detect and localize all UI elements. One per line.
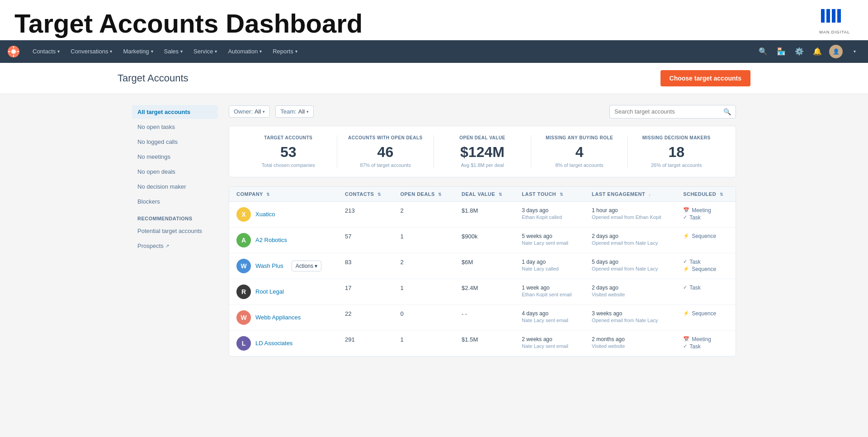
company-name[interactable]: Xuatico (255, 211, 275, 218)
svg-marker-8 (832, 9, 835, 11)
scheduled-label: Task (689, 285, 701, 291)
scheduled-item: ✓ Task (683, 259, 728, 265)
col-scheduled[interactable]: SCHEDULED ⇅ (676, 187, 736, 202)
avatar[interactable]: 👤 (829, 45, 843, 58)
notifications-icon[interactable]: 🔔 (811, 45, 824, 58)
last-engagement-sort-icon: ↓ (649, 192, 651, 197)
company-name[interactable]: Root Legal (255, 288, 284, 295)
scheduled-label: Task (689, 214, 701, 221)
owner-filter[interactable]: Owner: All ▾ (229, 105, 270, 118)
nav-automation[interactable]: Automation▾ (222, 40, 267, 63)
scheduled-cell: 📅 Meeting ✓ Task (676, 201, 736, 227)
company-name[interactable]: Wash Plus (255, 262, 283, 269)
scheduled-label: Sequence (692, 310, 716, 317)
deal-value-cell: $1.5M (454, 330, 514, 356)
last-touch-who: Ethan Kopit called (522, 214, 577, 220)
nav-marketing[interactable]: Marketing▾ (118, 40, 158, 63)
nav-contacts[interactable]: Contacts▾ (27, 40, 65, 63)
sidebar-item-no-logged-calls[interactable]: No logged calls (132, 135, 218, 149)
brand-name: MAN.DIGITAL (819, 30, 850, 34)
marketplace-icon[interactable]: 🏪 (775, 45, 788, 58)
account-chevron-icon[interactable]: ▾ (848, 45, 861, 58)
company-cell: X Xuatico (236, 207, 330, 222)
svg-rect-14 (13, 46, 14, 48)
col-company[interactable]: COMPANY ⇅ (229, 187, 338, 202)
company-name[interactable]: Webb Appliances (255, 314, 301, 321)
sidebar-item-blockers[interactable]: Blockers (132, 195, 218, 209)
actions-button[interactable]: Actions ▾ (292, 261, 322, 271)
svg-marker-11 (837, 9, 841, 11)
search-input[interactable] (614, 108, 720, 115)
external-link-icon: ↗ (165, 243, 169, 248)
team-filter[interactable]: Team: All ▾ (275, 105, 314, 118)
last-touch-cell: 4 days ago Nate Lacy sent email (514, 304, 585, 330)
scheduled-icon: ⚡ (683, 310, 689, 316)
scheduled-icon: ✓ (683, 343, 687, 349)
company-avatar: L (236, 336, 251, 351)
table-row: A A2 Robotics 57 1 $900k 5 weeks ago Nat… (229, 227, 736, 253)
sidebar-item-prospects[interactable]: Prospects ↗ (132, 239, 218, 253)
last-touch-sort-icon: ⇅ (560, 192, 564, 197)
col-deal-value[interactable]: DEAL VALUE ⇅ (454, 187, 514, 202)
scheduled-item: ⚡ Sequence (683, 233, 728, 239)
page-big-title: Target Accounts Dashboard (14, 9, 854, 40)
svg-point-13 (11, 49, 16, 54)
svg-rect-1 (821, 9, 823, 11)
sidebar-item-potential-target-accounts[interactable]: Potential target accounts (132, 224, 218, 238)
company-name[interactable]: A2 Robotics (255, 237, 287, 243)
nav-service[interactable]: Service▾ (188, 40, 222, 63)
contacts-sort-icon: ⇅ (377, 192, 382, 197)
search-icon[interactable]: 🔍 (757, 45, 769, 58)
scheduled-label: Sequence (692, 233, 716, 239)
col-last-engagement[interactable]: LAST ENGAGEMENT ↓ (585, 187, 676, 202)
choose-target-accounts-button[interactable]: Choose target accounts (660, 70, 750, 86)
scheduled-label: Meeting (692, 336, 711, 342)
last-engagement-cell: 2 days ago Visited website (585, 279, 676, 304)
last-engagement-what: Opened email from Ethan Kopit (592, 214, 669, 220)
sidebar-item-no-open-tasks[interactable]: No open tasks (132, 120, 218, 134)
company-avatar: X (236, 207, 251, 222)
scheduled-cell: ✓ Task (676, 279, 736, 304)
svg-rect-16 (8, 51, 10, 52)
scheduled-label: Task (689, 259, 701, 265)
scheduled-icon: ✓ (683, 259, 687, 265)
stat-accounts-with-open-deals: ACCOUNTS WITH OPEN DEALS 46 87% of targe… (337, 135, 434, 168)
sidebar-item-no-open-deals[interactable]: No open deals (132, 165, 218, 179)
scheduled-icon: 📅 (683, 207, 689, 213)
company-avatar: W (236, 310, 251, 325)
company-cell: R Root Legal (236, 285, 330, 299)
scheduled-icon: ✓ (683, 285, 687, 290)
settings-icon[interactable]: ⚙️ (793, 45, 806, 58)
table-row: L LD Associates 291 1 $1.5M 2 weeks ago … (229, 330, 736, 356)
open-deals-cell: 1 (393, 279, 454, 304)
contacts-cell: 17 (338, 279, 393, 304)
sidebar-item-all-target-accounts[interactable]: All target accounts (132, 105, 218, 119)
stat-missing-buying-role: MISSING ANY BUYING ROLE 4 8% of target a… (531, 135, 628, 168)
svg-marker-2 (823, 11, 825, 23)
table-row: W Wash Plus Actions ▾ 83 2 $6M 1 day ago… (229, 253, 736, 279)
last-engagement-ago: 5 days ago (592, 259, 669, 265)
contacts-cell: 83 (338, 253, 393, 279)
main-content: Owner: All ▾ Team: All ▾ 🔍 (229, 105, 736, 356)
stats-card: TARGET ACCOUNTS 53 Total chosen companie… (229, 126, 736, 177)
last-engagement-what: Opened email from Nate Lacy (592, 240, 669, 246)
col-open-deals[interactable]: OPEN DEALS ⇅ (393, 187, 454, 202)
nav-sales[interactable]: Sales▾ (159, 40, 189, 63)
nav-conversations[interactable]: Conversations▾ (65, 40, 118, 63)
hubspot-logo[interactable] (7, 45, 20, 58)
sidebar-item-no-decision-maker[interactable]: No decision maker (132, 180, 218, 194)
nav-reports[interactable]: Reports▾ (267, 40, 303, 63)
stat-open-deal-value: OPEN DEAL VALUE $124M Avg $1.8M per deal (434, 135, 531, 168)
recommendations-label: Recommendations (132, 209, 218, 224)
col-last-touch[interactable]: LAST TOUCH ⇅ (514, 187, 585, 202)
company-cell: W Webb Appliances (236, 310, 330, 325)
filter-bar: Owner: All ▾ Team: All ▾ 🔍 (229, 105, 736, 119)
last-touch-ago: 2 weeks ago (522, 336, 577, 342)
col-contacts[interactable]: CONTACTS ⇅ (338, 187, 393, 202)
last-engagement-cell: 3 weeks ago Opened email from Nate Lacy (585, 304, 676, 330)
last-engagement-cell: 2 days ago Opened email from Nate Lacy (585, 227, 676, 253)
company-name[interactable]: LD Associates (255, 340, 292, 347)
sidebar-item-no-meetings[interactable]: No meetings (132, 150, 218, 164)
last-engagement-ago: 1 hour ago (592, 207, 669, 214)
table-row: W Webb Appliances 22 0 - - 4 days ago Na… (229, 304, 736, 330)
